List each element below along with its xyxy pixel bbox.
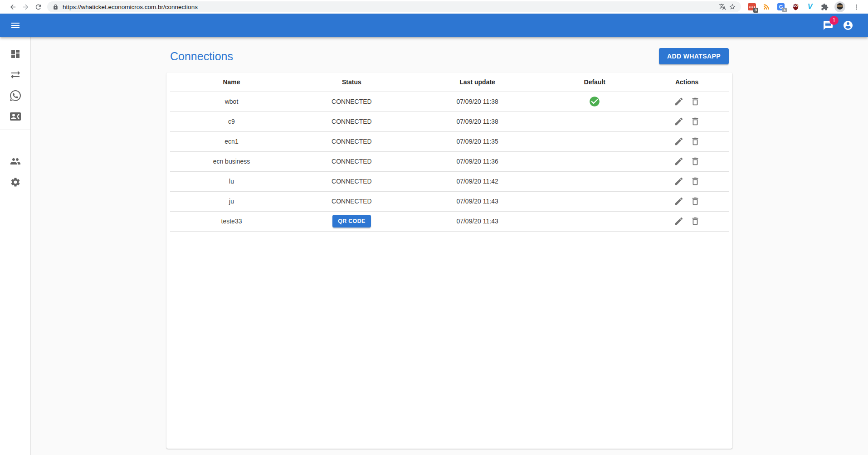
connections-card: Name Status Last update Default Actions … [166,73,732,449]
connection-actions-cell [645,151,729,171]
connection-last-update-cell: 07/09/20 11:43 [410,191,545,211]
connection-last-update-cell: 07/09/20 11:42 [410,171,545,191]
connections-table: Name Status Last update Default Actions … [170,73,729,232]
delete-trash-icon [690,176,700,186]
sidebar-item-connections[interactable] [0,64,30,85]
delete-trash-icon [690,116,700,126]
connection-name-cell: ecn1 [170,131,293,151]
table-row: ecn business CONNECTED 07/09/20 11:36 [170,151,729,171]
chrome-menu-button[interactable] [851,1,862,12]
connection-default-cell [544,111,645,131]
table-row: ecn1 CONNECTED 07/09/20 11:35 [170,131,729,151]
connections-table-body: wbot CONNECTED 07/09/20 11:38 c9 CONNECT… [170,92,729,231]
connection-default-cell [544,92,645,111]
header-name: Name [170,73,293,92]
edit-button[interactable] [672,194,686,208]
delete-button[interactable] [688,114,702,129]
edit-button[interactable] [672,154,686,169]
edit-button[interactable] [672,134,686,149]
reload-icon [34,3,42,11]
connection-last-update-cell: 07/09/20 11:38 [410,111,545,131]
default-check-icon [589,96,600,107]
menu-button[interactable] [5,15,25,35]
reload-button[interactable] [32,0,44,13]
lock-icon [53,4,59,10]
sidebar-item-contacts[interactable] [0,106,30,127]
sidebar-item-users[interactable] [0,151,30,172]
connection-status-cell: CONNECTED [293,151,410,171]
extension-badge: 3 [753,8,758,13]
edit-pencil-icon [674,216,684,226]
header-status: Status [293,73,410,92]
qr-code-button[interactable]: QR CODE [332,215,371,228]
edit-pencil-icon [674,196,684,206]
edit-button[interactable] [672,94,686,109]
ublock-extension-icon[interactable]: UO [791,2,800,11]
connection-name-cell: wbot [170,92,293,111]
notifications-badge: 1 [829,16,839,25]
rss-extension-icon[interactable] [762,2,771,11]
delete-button[interactable] [688,154,702,169]
delete-button[interactable] [688,134,702,149]
status-text: CONNECTED [332,198,372,205]
sidebar-item-dashboard[interactable] [0,44,30,64]
sidebar-item-tickets[interactable] [0,85,30,106]
connection-actions-cell [645,171,729,191]
account-circle-icon [843,20,853,31]
forward-button[interactable] [19,0,32,13]
page-title: Connections [170,50,233,63]
connection-last-update-cell: 07/09/20 11:35 [410,131,545,151]
delete-button[interactable] [688,194,702,208]
whatsapp-icon [10,90,21,101]
edit-button[interactable] [672,114,686,129]
header-actions: Actions [645,73,729,92]
status-text: CONNECTED [332,158,372,165]
status-text: CONNECTED [332,178,372,185]
connection-name-cell: ecn business [170,151,293,171]
connection-name-cell: c9 [170,111,293,131]
edit-pencil-icon [674,156,684,166]
sync-alt-icon [10,69,21,80]
status-text: CONNECTED [332,138,372,145]
back-button[interactable] [6,0,19,13]
address-bar[interactable]: https://whaticket.economicros.com.br/con… [47,1,741,12]
header-default: Default [544,73,645,92]
table-row: c9 CONNECTED 07/09/20 11:38 [170,111,729,131]
table-row: teste33 QR CODE 07/09/20 11:43 [170,211,729,231]
back-arrow-icon [9,3,17,11]
sidebar [0,37,31,455]
notifications-extension-icon[interactable]: 3 [747,2,756,11]
extensions-puzzle-icon[interactable] [820,2,829,11]
translate-page-icon[interactable] [717,2,727,12]
delete-button[interactable] [688,174,702,189]
edit-button[interactable] [672,174,686,189]
edit-pencil-icon [674,176,684,186]
connection-default-cell [544,171,645,191]
connection-status-cell: QR CODE [293,211,410,231]
connection-status-cell: CONNECTED [293,92,410,111]
vimeo-extension-icon[interactable]: V [805,2,814,11]
edit-pencil-icon [674,116,684,126]
connection-last-update-cell: 07/09/20 11:43 [410,211,545,231]
browser-profile-avatar[interactable] [834,1,845,12]
connection-status-cell: CONNECTED [293,171,410,191]
table-row: lu CONNECTED 07/09/20 11:42 [170,171,729,191]
connection-actions-cell [645,131,729,151]
edit-button[interactable] [672,214,686,228]
bookmark-star-icon[interactable] [727,2,737,12]
delete-button[interactable] [688,214,702,228]
table-row: wbot CONNECTED 07/09/20 11:38 [170,92,729,111]
connection-name-cell: teste33 [170,211,293,231]
connection-status-cell: CONNECTED [293,111,410,131]
status-text: CONNECTED [332,98,372,105]
connection-default-cell [544,191,645,211]
sidebar-divider [0,130,30,130]
account-menu-button[interactable] [838,15,858,35]
delete-trash-icon [690,156,700,166]
add-whatsapp-button[interactable]: ADD WHATSAPP [659,48,729,64]
delete-button[interactable] [688,94,702,109]
settings-gear-icon [10,177,21,188]
translate-extension-icon[interactable]: G A [776,2,785,11]
sidebar-item-settings[interactable] [0,172,30,193]
dashboard-icon [10,48,21,59]
